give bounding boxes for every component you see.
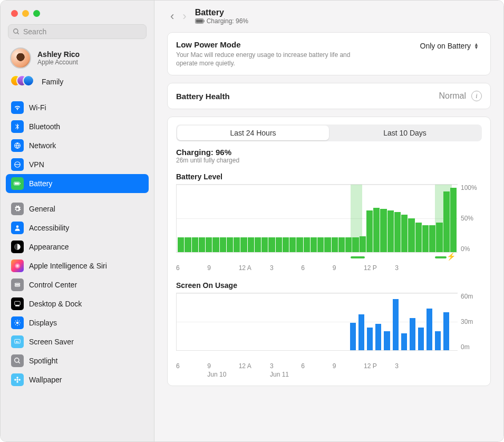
search-input[interactable] [23, 27, 142, 36]
screen-on-title: Screen On Usage [176, 281, 482, 290]
battery-bar [212, 237, 219, 252]
battery-bar [317, 237, 324, 252]
usage-bar [375, 324, 381, 350]
sidebar-item-label: Appearance [29, 243, 69, 251]
sidebar-item-spotlight[interactable]: Spotlight [6, 351, 149, 370]
vpn-icon [11, 158, 24, 171]
battery-level-chart: ⚡ 100%50%0% [176, 184, 482, 253]
battery-bar [185, 237, 191, 252]
svg-line-20 [19, 324, 20, 325]
svg-point-7 [16, 225, 19, 228]
back-button[interactable]: ‹ [170, 11, 174, 22]
forward-button[interactable]: › [182, 11, 186, 22]
sidebar-item-wifi[interactable]: Wi-Fi [6, 98, 149, 117]
svg-rect-11 [15, 285, 20, 286]
svg-rect-33 [203, 20, 204, 22]
svg-point-30 [18, 379, 21, 381]
sidebar-item-accessibility[interactable]: Accessibility [6, 218, 149, 237]
usage-bar [435, 331, 441, 350]
sidebar-item-label: Spotlight [29, 357, 57, 365]
svg-rect-5 [15, 182, 19, 185]
zoom-window-button[interactable] [33, 10, 40, 17]
appearance-icon [11, 241, 24, 253]
close-window-button[interactable] [11, 10, 18, 17]
person-icon [11, 222, 24, 234]
charging-subheading: 26m until fully charged [176, 157, 482, 164]
gear-icon [11, 203, 24, 215]
usage-bar [367, 328, 373, 350]
svg-rect-13 [15, 305, 20, 306]
battery-bar [234, 237, 240, 252]
battery-health-card[interactable]: Battery Health Normal i [167, 83, 491, 109]
sidebar-item-wallpaper[interactable]: Wallpaper [6, 370, 149, 389]
date-row: Jun 10Jun 11 [176, 371, 482, 378]
sidebar-item-ai[interactable]: Apple Intelligence & Siri [6, 256, 149, 275]
sidebar-item-label: Apple Intelligence & Siri [29, 262, 107, 270]
sidebar-item-label: Bluetooth [29, 122, 60, 131]
nav: Wi-FiBluetoothNetworkVPNBatteryGeneralAc… [1, 95, 154, 392]
sidebar-item-desktop[interactable]: Desktop & Dock [6, 294, 149, 313]
user-sub: Apple Account [37, 59, 80, 66]
screen-on-xaxis: 6912 A36912 P3 [176, 362, 482, 370]
sidebar-item-label: Control Center [29, 281, 77, 289]
usage-bar [393, 299, 399, 350]
sidebar-item-label: Network [29, 141, 56, 150]
globe-icon [11, 139, 24, 152]
battery-bar [199, 237, 205, 252]
cc-icon [11, 278, 24, 291]
sidebar-item-bluetooth[interactable]: Bluetooth [6, 117, 149, 136]
flower-icon [11, 373, 24, 386]
svg-point-28 [16, 381, 18, 383]
sun-icon [11, 316, 24, 329]
usage-card: Last 24 Hours Last 10 Days Charging: 96%… [167, 117, 491, 386]
wifi-icon [11, 101, 24, 114]
svg-rect-12 [15, 301, 21, 305]
search-icon [11, 354, 24, 367]
page-title: Battery [195, 8, 248, 17]
sidebar-item-battery[interactable]: Battery [6, 174, 149, 193]
battery-bar [311, 237, 317, 252]
segment-last-10-days[interactable]: Last 10 Days [329, 126, 481, 140]
svg-line-19 [15, 321, 16, 321]
sidebar-item-network[interactable]: Network [6, 136, 149, 155]
lpm-popup-button[interactable]: Only on Battery ▲▼ [417, 40, 482, 52]
battery-level-yaxis: 100%50%0% [458, 184, 482, 253]
screensaver-icon [11, 335, 24, 348]
battery-bar [268, 237, 275, 252]
sidebar-item-general[interactable]: General [6, 199, 149, 218]
charging-heading: Charging: 96% [176, 148, 482, 157]
usage-bar [350, 323, 356, 350]
usage-bar [401, 333, 407, 350]
sidebar-item-appearance[interactable]: Appearance [6, 237, 149, 256]
battery-bar [422, 225, 429, 252]
sidebar-item-vpn[interactable]: VPN [6, 155, 149, 174]
battery-bar [261, 237, 268, 252]
user-avatar [10, 47, 31, 69]
svg-line-22 [19, 321, 20, 321]
sidebar-item-cc[interactable]: Control Center [6, 275, 149, 294]
sidebar-item-label: Screen Saver [29, 338, 74, 346]
header: ‹ › Battery Charging: 96% [167, 8, 491, 25]
segment-last-24-hours[interactable]: Last 24 Hours [177, 126, 329, 140]
svg-rect-32 [196, 20, 202, 23]
svg-point-26 [16, 379, 18, 381]
usage-bar [384, 331, 390, 350]
bt-icon [11, 120, 24, 133]
battery-bar [324, 237, 331, 252]
svg-point-0 [14, 29, 18, 33]
battery-health-title: Battery Health [176, 92, 230, 101]
svg-point-24 [15, 358, 19, 362]
search-field[interactable] [8, 24, 147, 39]
screen-on-plot [176, 293, 458, 351]
sidebar-item-screensaver[interactable]: Screen Saver [6, 332, 149, 351]
svg-rect-10 [15, 283, 20, 284]
sidebar-item-label: General [29, 205, 55, 213]
sidebar-item-apple-account[interactable]: Ashley Rico Apple Account [1, 44, 154, 72]
info-icon[interactable]: i [471, 91, 482, 101]
sidebar-item-family[interactable]: Family [1, 72, 154, 95]
svg-point-27 [16, 377, 18, 379]
minimize-window-button[interactable] [22, 10, 29, 17]
battery-level-title: Battery Level [176, 172, 482, 181]
timeframe-segmented-control[interactable]: Last 24 Hours Last 10 Days [176, 124, 482, 141]
sidebar-item-displays[interactable]: Displays [6, 313, 149, 332]
